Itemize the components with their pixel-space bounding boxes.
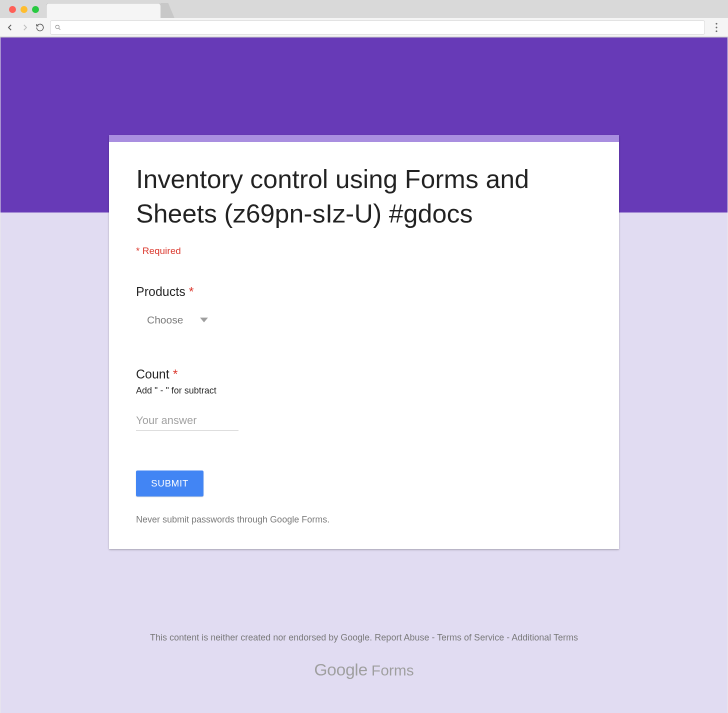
submit-button[interactable]: SUBMIT <box>136 470 204 496</box>
question-label: Count * <box>136 367 592 382</box>
search-icon <box>54 24 62 31</box>
svg-point-1 <box>716 22 717 24</box>
report-abuse-link[interactable]: Report Abuse <box>374 632 429 642</box>
svg-point-3 <box>716 30 717 32</box>
additional-terms-link[interactable]: Additional Terms <box>512 632 578 642</box>
required-star-icon: * <box>189 284 194 298</box>
back-button[interactable] <box>5 22 15 32</box>
form-title: Inventory control using Forms and Sheets… <box>136 162 592 230</box>
chevron-down-icon <box>200 317 208 323</box>
google-wordmark: Google <box>314 660 368 680</box>
browser-tab[interactable] <box>46 3 161 18</box>
question-count: Count * Add " - " for subtract <box>136 367 592 430</box>
browser-chrome <box>0 0 728 38</box>
footer-disclaimer: This content is neither created nor endo… <box>109 632 619 643</box>
required-note: * Required <box>136 246 592 256</box>
window-controls <box>5 6 43 18</box>
question-help-text: Add " - " for subtract <box>136 386 592 396</box>
google-forms-logo[interactable]: Google Forms <box>109 660 619 680</box>
tab-strip <box>0 0 728 18</box>
form-card: Inventory control using Forms and Sheets… <box>109 135 619 549</box>
minimize-window-icon[interactable] <box>20 6 28 13</box>
address-bar[interactable] <box>50 20 705 34</box>
browser-toolbar <box>0 18 728 37</box>
separator: - <box>429 632 437 642</box>
maximize-window-icon[interactable] <box>32 6 39 13</box>
kebab-icon <box>710 21 723 34</box>
question-label-text: Products <box>136 284 186 298</box>
disclaimer-text: This content is neither created nor endo… <box>150 632 374 642</box>
forward-button[interactable] <box>20 22 30 32</box>
required-star-icon: * <box>173 367 178 381</box>
page-footer: This content is neither created nor endo… <box>109 632 619 680</box>
forms-wordmark: Forms <box>372 662 414 679</box>
question-label: Products * <box>136 284 592 299</box>
dropdown-placeholder: Choose <box>147 314 183 326</box>
products-dropdown[interactable]: Choose <box>136 309 216 331</box>
separator: - <box>504 632 512 642</box>
reload-button[interactable] <box>35 22 45 32</box>
svg-point-2 <box>716 26 717 28</box>
question-products: Products * Choose <box>136 284 592 331</box>
svg-point-0 <box>56 25 59 28</box>
tos-link[interactable]: Terms of Service <box>437 632 504 642</box>
question-label-text: Count <box>136 367 170 381</box>
card-accent-bar <box>109 135 619 142</box>
count-input[interactable] <box>136 411 238 430</box>
password-warning: Never submit passwords through Google Fo… <box>136 514 592 525</box>
close-window-icon[interactable] <box>9 6 16 13</box>
browser-menu-button[interactable] <box>710 21 723 34</box>
page-viewport: Inventory control using Forms and Sheets… <box>0 38 728 713</box>
card-body: Inventory control using Forms and Sheets… <box>109 142 619 549</box>
